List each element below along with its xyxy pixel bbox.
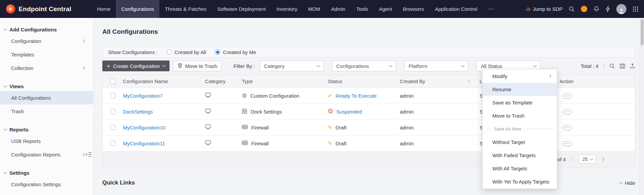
menu-item-save-as-template[interactable]: Save as Template (483, 96, 557, 109)
sidebar-item-usb-reports[interactable]: USB Reports (0, 134, 93, 148)
status-link[interactable]: Ready To Execute (336, 93, 377, 99)
sidebar-header-views[interactable]: Views (0, 81, 93, 91)
draft-pencil-icon: ✎ (328, 124, 332, 130)
menu-item-label: Move to Trash (492, 113, 524, 119)
category-filter-select[interactable]: Category (260, 60, 324, 71)
search-icon[interactable] (569, 6, 575, 12)
nav-more-icon[interactable]: ⋯ (483, 0, 500, 18)
scrollbar-thumb[interactable] (641, 19, 644, 46)
select-all-checkbox[interactable] (110, 79, 115, 84)
divider-line (487, 129, 491, 129)
status-label: Draft (336, 141, 347, 146)
configuration-name-link[interactable]: MyConfiguration10 (123, 125, 165, 130)
sidebar-item-label: Templates (11, 52, 34, 57)
suspended-icon (328, 108, 333, 115)
menu-item-label: Resume (492, 87, 511, 92)
nav-inventory[interactable]: Inventory (271, 0, 303, 18)
radio-created-by-all[interactable]: Created by All (166, 49, 206, 55)
computer-icon (205, 93, 211, 99)
menu-item-with-failed-targets[interactable]: With Failed Targets (483, 149, 557, 162)
section-title: Settings (9, 170, 29, 176)
sidebar-item-label: All Configurations (11, 95, 51, 101)
nav-application-control[interactable]: Application Control (430, 0, 483, 18)
row-actions-button[interactable]: ⋯ (563, 109, 572, 115)
select-value: Configurations (336, 63, 369, 69)
brand[interactable]: e Endpoint Central (0, 0, 92, 18)
sidebar-collapse-icon[interactable] (85, 151, 93, 160)
table-search-icon[interactable] (609, 63, 615, 69)
nav-software-deployment[interactable]: Software Deployment (212, 0, 271, 18)
nav-tools[interactable]: Tools (351, 0, 373, 18)
column-chooser-icon[interactable] (620, 64, 625, 69)
row-checkbox[interactable] (110, 109, 115, 114)
radio-created-by-me[interactable]: Created by Me (215, 49, 256, 55)
create-configuration-button[interactable]: + Create Configuration (102, 60, 170, 71)
sidebar-item-configuration[interactable]: Configuration (0, 34, 93, 48)
menu-item-move-to-trash[interactable]: Move to Trash (483, 109, 557, 122)
menu-item-label: With Yet To Apply Targets (492, 179, 549, 185)
user-avatar[interactable] (616, 4, 626, 14)
header-configuration-name[interactable]: Configuration Name (123, 78, 205, 84)
sidebar-item-configuration-reports[interactable]: Configuration Reports (0, 148, 93, 161)
nav-admin[interactable]: Admin (326, 0, 351, 18)
type-label: Firewall (251, 141, 269, 146)
header-type[interactable]: Type (242, 78, 328, 84)
draft-pencil-icon: ✎ (328, 140, 332, 146)
brand-name: Endpoint Central (19, 5, 71, 13)
nav-threats-patches[interactable]: Threats & Patches (159, 0, 212, 18)
radio-on-icon (215, 49, 220, 55)
configurations-filter-select[interactable]: Configurations (332, 60, 396, 71)
sidebar-header-reports[interactable]: Reports (0, 125, 93, 134)
hide-quick-links-button[interactable]: Hide (620, 180, 635, 186)
nav-home[interactable]: Home (92, 0, 116, 18)
main-content: All Configurations Show Configurations :… (94, 18, 640, 195)
row-actions-button[interactable]: ⋯ (563, 125, 572, 130)
menu-item-with-all-targets[interactable]: With All Targets (483, 162, 557, 175)
sidebar-item-configuration-settings[interactable]: Configuration Settings (0, 177, 93, 191)
configuration-name-link[interactable]: MyConfiguration11 (123, 141, 165, 146)
row-checkbox[interactable] (110, 141, 115, 146)
row-checkbox[interactable] (110, 125, 115, 130)
row-actions-button[interactable]: ⋯ (563, 94, 572, 99)
menu-item-resume[interactable]: Resume (483, 83, 557, 96)
export-icon[interactable] (630, 63, 635, 69)
pagination-next-button[interactable] (601, 158, 604, 161)
move-to-trash-button[interactable]: Move to Trash (173, 60, 222, 71)
notifications-bell-icon[interactable] (593, 6, 599, 12)
show-configurations-bar: Show Configurations : Created by All Cre… (102, 46, 635, 58)
nav-browsers[interactable]: Browsers (397, 0, 430, 18)
quick-actions-bolt-icon[interactable] (606, 6, 610, 12)
offers-badge-icon[interactable] (581, 6, 587, 12)
row-actions-button[interactable]: ⋯ (563, 141, 572, 146)
apps-grid-icon[interactable] (633, 6, 639, 12)
nav-mdm[interactable]: MDM (303, 0, 326, 18)
sidebar-header-add-configurations[interactable]: Add Configurations (0, 25, 93, 34)
sort-ascending-icon[interactable]: ↑ (468, 78, 470, 84)
configuration-name-link[interactable]: MyConfiguration7 (123, 93, 163, 99)
sidebar-item-all-configurations[interactable]: All Configurations (0, 91, 93, 104)
status-link[interactable]: Suspended (336, 109, 362, 115)
sidebar-item-collection[interactable]: Collection (0, 61, 93, 75)
page-scrollbar[interactable] (640, 18, 644, 195)
configuration-name-link[interactable]: DockSettings (123, 109, 153, 115)
page-size-select[interactable]: 25 (579, 155, 596, 164)
nav-agent[interactable]: Agent (373, 0, 397, 18)
sidebar-item-trash[interactable]: Trash (0, 104, 93, 118)
type-label: Custom Configuration (250, 93, 299, 99)
menu-item-with-yet-to-apply-targets[interactable]: With Yet To Apply Targets (483, 175, 557, 188)
row-checkbox[interactable] (110, 93, 115, 98)
sidebar-section-add-configurations: Add Configurations Configuration Templat… (0, 18, 93, 75)
sidebar-header-settings[interactable]: Settings (0, 168, 93, 177)
menu-item-modify[interactable]: Modify (483, 70, 557, 83)
section-title: Views (9, 83, 24, 89)
pagination-prev-button[interactable] (571, 158, 573, 161)
header-created-by[interactable]: Created By ↑ (400, 78, 480, 84)
header-status[interactable]: Status (328, 78, 400, 84)
menu-item-without-target[interactable]: Without Target (483, 136, 557, 149)
platform-filter-select[interactable]: Platform (404, 60, 468, 71)
type-label: Dock Settings (251, 109, 282, 115)
jump-to-sdp-button[interactable]: Jump to SDP (525, 6, 563, 12)
nav-configurations[interactable]: Configurations (116, 0, 159, 18)
header-category[interactable]: Category (205, 78, 242, 84)
sidebar-item-templates[interactable]: Templates (0, 48, 93, 61)
